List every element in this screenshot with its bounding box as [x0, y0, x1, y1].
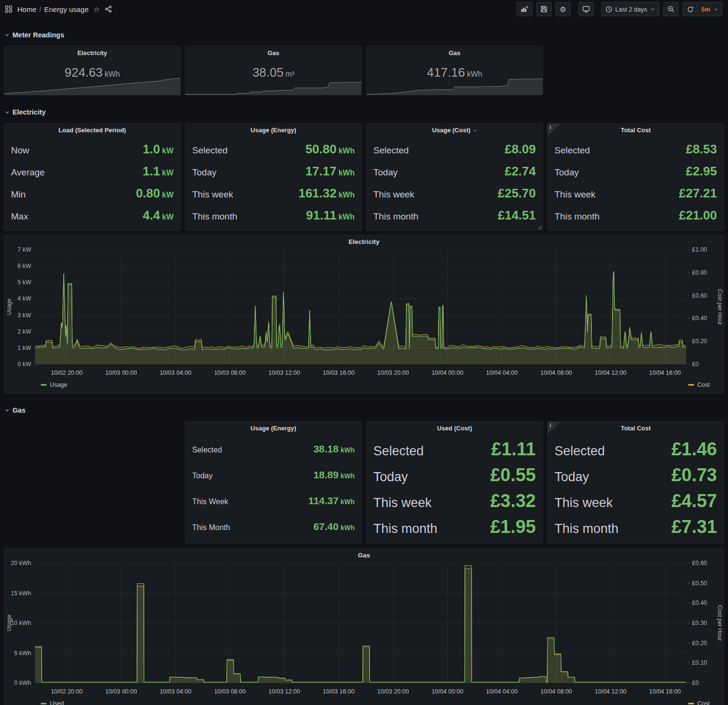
stat-value-number: 50.80 — [305, 142, 336, 156]
legend-cost-label[interactable]: Cost — [697, 700, 710, 705]
stat-value: 4.4kW — [143, 208, 173, 223]
gas-stat-panel-1[interactable]: Used (Cost)Selected£1.11Today£0.55This w… — [366, 421, 543, 544]
stat-value-unit: kWh — [340, 446, 355, 454]
y-left-tick: 0 kWh — [14, 680, 31, 686]
section-header-electricity[interactable]: Electricity — [5, 107, 724, 117]
favorite-star-icon[interactable]: ☆ — [93, 6, 100, 13]
chevron-down-icon — [473, 128, 477, 133]
stat-row: This month£14.51 — [373, 208, 536, 223]
stat-value: 114.37kWh — [308, 495, 355, 507]
time-range-picker[interactable]: Last 2 days — [601, 2, 660, 16]
stat-value: 67.40kWh — [313, 521, 355, 532]
resize-grip[interactable] — [538, 225, 542, 229]
y-left-tick: 2 kW — [18, 328, 32, 335]
add-panel-button[interactable] — [517, 2, 532, 16]
breadcrumb-current: Energy usage — [44, 5, 89, 13]
stat-value-number: 1.1 — [143, 164, 160, 178]
refresh-interval-picker[interactable]: 5m — [698, 2, 722, 16]
dashboard-settings-button[interactable]: ⚙ — [555, 2, 571, 16]
meter-panel-gas-1[interactable]: Gas38.05m³ — [185, 46, 362, 95]
stat-label: Today — [373, 167, 398, 178]
chevron-down-icon — [5, 110, 10, 115]
stat-value-number: 91.11 — [306, 208, 337, 222]
stat-value: 38.18kWh — [313, 443, 355, 455]
stat-label: Today — [373, 470, 408, 485]
x-tick: 10/03 16:00 — [323, 370, 355, 376]
stat-value-number: 1.0 — [143, 142, 160, 156]
stat-value-number: £2.74 — [505, 164, 536, 178]
legend-usage-label[interactable]: Used — [50, 700, 64, 705]
stat-value: £2.74 — [505, 164, 536, 179]
stat-row: Selected£8.09 — [373, 142, 536, 157]
chart-title: Electricity — [348, 238, 380, 245]
usage-area-fill — [35, 566, 686, 683]
x-tick: 10/04 00:00 — [432, 370, 463, 376]
stat-label: This week — [192, 189, 233, 200]
stat-value: £14.51 — [497, 208, 536, 223]
panel-title: Total Cost — [548, 422, 724, 432]
stat-value: £4.57 — [671, 491, 717, 511]
stat-value-number: £21.00 — [679, 208, 717, 222]
stat-value-number: 38.18 — [313, 443, 339, 454]
tv-mode-button[interactable] — [578, 2, 594, 16]
section-header-meter-readings[interactable]: Meter Readings — [5, 30, 724, 40]
panel-title-text: Usage (Energy) — [251, 425, 296, 432]
legend-cost-label[interactable]: Cost — [697, 381, 710, 388]
info-corner-icon[interactable]: i — [548, 124, 560, 136]
stat-value-number: £8.09 — [505, 142, 536, 156]
stat-label: Today — [555, 167, 579, 178]
y-right-axis-label: Cost per Hour — [716, 289, 723, 325]
stat-value: £7.31 — [671, 517, 717, 537]
legend-usage-label[interactable]: Usage — [50, 381, 67, 388]
save-dashboard-button[interactable] — [536, 2, 552, 16]
x-tick: 10/03 04:00 — [160, 370, 191, 376]
panel-title[interactable]: Usage (Cost) — [367, 124, 543, 134]
stat-label: Today — [192, 472, 213, 480]
electricity-stat-panel-3[interactable]: iTotal CostSelected£8.53Today£2.95This w… — [547, 123, 724, 231]
dashboards-grid-icon[interactable] — [5, 5, 12, 13]
meter-value: 38.05m³ — [185, 65, 361, 80]
info-corner-icon[interactable]: i — [548, 422, 560, 434]
stat-label: Selected — [192, 145, 228, 156]
stat-row: Today18.89kWh — [192, 469, 355, 481]
chevron-down-icon — [5, 408, 10, 413]
breadcrumb-home[interactable]: Home — [17, 5, 36, 13]
electricity-stat-panel-1[interactable]: Usage (Energy)Selected50.80kWhToday17.17… — [185, 123, 362, 231]
stat-value: 17.17kWh — [305, 164, 355, 179]
stat-value: 161.32kWh — [299, 186, 355, 201]
electricity-stat-panel-0[interactable]: Load (Selected Period)Now1.0kWAverage1.1… — [4, 123, 181, 231]
gas-stat-panel-2[interactable]: iTotal CostSelected£1.46Today£0.73This w… — [547, 421, 724, 544]
electricity-chart-panel[interactable]: 0 kW1 kW2 kW3 kW4 kW5 kW6 kW7 kW£0£0.20£… — [4, 235, 724, 393]
stat-row: Average1.1kW — [11, 164, 173, 179]
panel-title-text: Total Cost — [621, 425, 651, 432]
stat-label: This Week — [192, 497, 228, 506]
stat-value-number: £14.51 — [497, 208, 536, 222]
stat-row: This week£27.21 — [555, 186, 717, 201]
stat-value-unit: kWh — [338, 191, 355, 199]
y-right-tick: £0.60 — [692, 560, 707, 566]
section-header-gas[interactable]: Gas — [5, 405, 724, 416]
stat-label: Today — [555, 470, 589, 485]
x-tick: 10/04 12:00 — [595, 688, 626, 695]
refresh-button[interactable] — [682, 2, 698, 16]
stat-value: 1.1kW — [143, 164, 173, 179]
panel-title-text: Gas — [449, 49, 461, 57]
stat-label: Today — [192, 167, 217, 178]
y-left-tick: 15 kWh — [11, 590, 31, 597]
zoom-out-button[interactable] — [663, 2, 679, 16]
stat-label: This week — [555, 189, 596, 200]
y-right-tick: £0.20 — [692, 640, 707, 647]
y-left-tick: 7 kW — [18, 246, 32, 253]
section-title: Electricity — [12, 108, 46, 116]
breadcrumb[interactable]: Home / Energy usage — [17, 5, 89, 13]
panel-title-text: Usage (Cost) — [432, 127, 470, 134]
gas-stat-panel-0[interactable]: Usage (Energy)Selected38.18kWhToday18.89… — [185, 421, 362, 544]
meter-panel-electricity[interactable]: Electricity924.63kWh — [4, 46, 181, 95]
y-right-tick: £0.40 — [692, 315, 707, 322]
y-left-axis-label: Usage — [6, 299, 12, 315]
meter-panel-gas-2[interactable]: Gas417.16kWh — [366, 46, 543, 95]
gas-chart-panel[interactable]: 0 kWh5 kWh10 kWh15 kWh20 kWh£0£0.10£0.20… — [4, 548, 724, 705]
share-icon[interactable] — [104, 5, 112, 13]
x-tick: 10/04 16:00 — [649, 370, 681, 376]
electricity-stat-panel-2[interactable]: Usage (Cost)Selected£8.09Today£2.74This … — [366, 123, 543, 231]
